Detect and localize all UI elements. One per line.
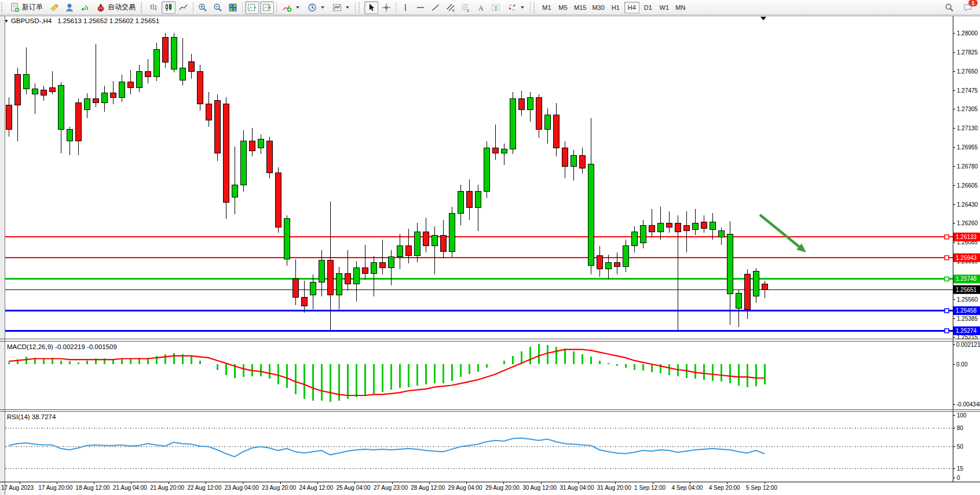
time-tick-label: 25 Aug 04:00	[337, 485, 371, 491]
time-tick-label: 30 Aug 12:00	[522, 485, 557, 491]
candle-body	[683, 225, 689, 230]
candle-body	[6, 105, 12, 130]
tile-windows-button[interactable]	[226, 1, 240, 14]
text-label-tool-button[interactable]: T	[489, 1, 503, 14]
chat-badge: 1	[968, 0, 978, 6]
timeframe-h4-button[interactable]: H4	[624, 2, 639, 13]
profile-button[interactable]	[63, 1, 76, 14]
candle-body	[588, 164, 594, 265]
auto-scroll-button[interactable]	[245, 1, 259, 14]
signal-button[interactable]	[78, 1, 92, 14]
equidistant-channel-icon: E	[446, 3, 455, 12]
timeframe-h1-button[interactable]: H1	[608, 2, 623, 13]
candle-body	[701, 222, 707, 228]
symbol-dropdown-icon[interactable]: ▼	[4, 19, 9, 24]
time-tick-label: 18 Aug 12:00	[76, 485, 110, 491]
arrows-icon	[507, 3, 517, 12]
timeframe-m15-button[interactable]: M15	[572, 2, 588, 13]
candle-body	[41, 90, 46, 95]
timeframe-m1-button[interactable]: M1	[539, 2, 554, 13]
templates-button[interactable]	[329, 1, 353, 14]
candle-body	[353, 268, 359, 284]
rsi-tick-label: 50	[957, 443, 964, 450]
candle-body	[501, 149, 507, 153]
toolbar-grip	[359, 2, 361, 13]
rsi-tick-label: 100	[957, 412, 967, 419]
candle-body	[145, 71, 151, 76]
main-toolbar: 新订单 自动交易	[0, 0, 980, 15]
time-tick-label: 17 Aug 2023	[1, 485, 34, 491]
candle-body	[67, 129, 72, 141]
auto-trading-button[interactable]: 自动交易	[93, 1, 139, 14]
quotes-button[interactable]	[47, 1, 61, 14]
candle-body	[362, 268, 368, 273]
arrows-dropdown-caret-icon	[521, 6, 524, 9]
candle-body	[414, 232, 420, 256]
price-tag-label: 1.25748	[956, 276, 977, 282]
search-button[interactable]	[942, 1, 956, 14]
candlestick-chart-button[interactable]	[162, 1, 175, 14]
cursor-button[interactable]	[364, 1, 378, 14]
svg-text:T: T	[495, 5, 498, 10]
candle-body	[492, 148, 498, 153]
candle-body	[197, 71, 203, 104]
time-tick-label: 22 Aug 12:00	[188, 485, 222, 491]
candle-body	[214, 101, 220, 153]
candle-body	[275, 173, 281, 228]
candle-body	[405, 246, 411, 256]
candle-body	[510, 98, 515, 149]
auto-scroll-icon	[247, 3, 257, 12]
time-tick-label: 24 Aug 12:00	[299, 485, 333, 491]
candle-body	[753, 271, 759, 296]
equidistant-channel-tool-button[interactable]: E	[444, 1, 458, 14]
profile-icon	[65, 3, 74, 12]
arrows-tool-button[interactable]	[504, 1, 528, 14]
macd-tick-label: -0.004348	[956, 401, 980, 408]
time-tick-label: 5 Sep 12:00	[746, 485, 777, 491]
candle-body	[692, 223, 698, 229]
chart-shift-button[interactable]	[260, 1, 274, 14]
candle-body	[249, 141, 255, 151]
price-tick-label: 1.26430	[957, 201, 978, 208]
new-order-button[interactable]: 新订单	[7, 1, 46, 14]
text-tool-button[interactable]: A	[474, 1, 488, 14]
templates-icon	[332, 3, 342, 12]
price-tick-label: 1.26260	[957, 220, 978, 226]
zoom-in-button[interactable]	[196, 1, 210, 14]
bar-chart-button[interactable]	[147, 1, 160, 14]
price-tick-label: 1.25385	[957, 316, 978, 322]
indicators-button[interactable]	[279, 1, 303, 14]
vertical-line-tool-button[interactable]	[398, 1, 412, 14]
chart-canvas[interactable]: 1.280001.278251.276501.274751.273051.271…	[0, 15, 980, 495]
line-chart-button[interactable]	[177, 1, 191, 14]
candle-body	[544, 115, 550, 130]
timeframe-m5-button[interactable]: M5	[555, 2, 571, 13]
zoom-out-button[interactable]	[211, 1, 225, 14]
rsi-tick-label: 15	[957, 465, 964, 472]
toolbar-separator	[242, 2, 243, 13]
toolbar-separator	[396, 2, 396, 13]
candle-body	[640, 225, 646, 243]
trendline-tool-button[interactable]	[429, 1, 443, 14]
fibonacci-tool-button[interactable]: F	[459, 1, 473, 14]
time-tick-label: 21 Aug 20:00	[150, 485, 184, 491]
time-tick-label: 1 Sep 12:00	[634, 485, 665, 491]
candle-body	[32, 89, 38, 94]
horizontal-line-icon	[416, 3, 425, 12]
crosshair-button[interactable]	[379, 1, 393, 14]
chat-button[interactable]: 1	[961, 1, 975, 14]
toolbar-separator	[193, 2, 193, 13]
candle-body	[284, 219, 290, 259]
templates-dropdown-caret-icon	[346, 6, 349, 9]
timeframe-mn-button[interactable]: MN	[673, 2, 688, 13]
horizontal-line-tool-button[interactable]	[414, 1, 427, 14]
rsi-line	[9, 438, 765, 457]
timeframe-m30-button[interactable]: M30	[590, 2, 606, 13]
candle-body	[571, 155, 576, 166]
price-tick-label: 1.27650	[957, 68, 978, 75]
price-tick-label: 1.27825	[957, 49, 978, 56]
price-tick-label: 1.27475	[957, 87, 978, 94]
timeframe-w1-button[interactable]: W1	[657, 2, 672, 13]
periods-button[interactable]	[304, 1, 328, 14]
timeframe-d1-button[interactable]: D1	[641, 2, 656, 13]
